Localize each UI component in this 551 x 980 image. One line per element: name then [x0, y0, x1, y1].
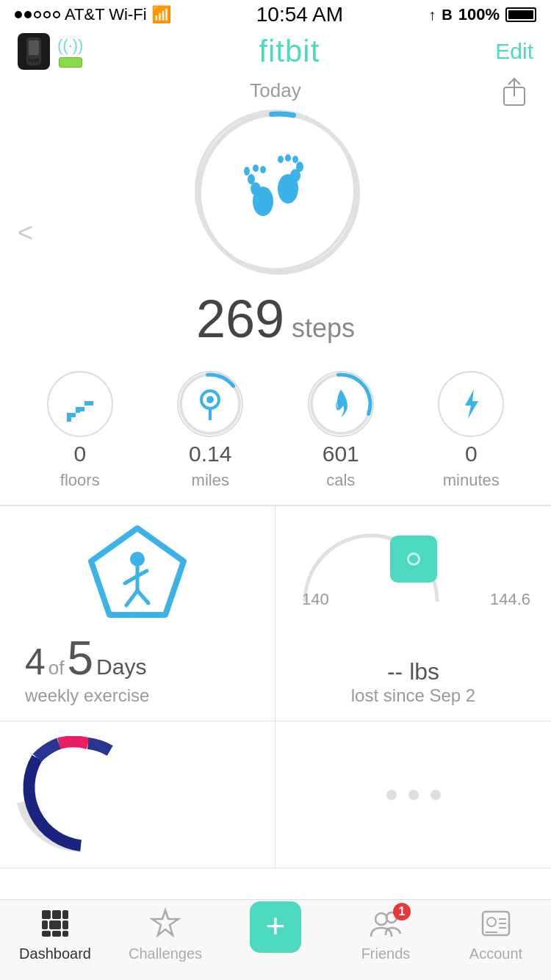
exercise-days: Days [96, 655, 146, 680]
tab-add[interactable]: + [220, 907, 331, 953]
tab-dashboard-label: Dashboard [19, 945, 91, 962]
svg-point-53 [375, 913, 387, 925]
miles-value: 0.14 [189, 442, 231, 466]
edit-button[interactable]: Edit [495, 39, 533, 64]
stat-cals: 601 cals [308, 371, 374, 490]
challenges-icon [149, 907, 181, 940]
svg-rect-49 [42, 931, 51, 937]
friends-badge: 1 [393, 903, 411, 920]
signal-dots [15, 11, 60, 18]
svg-rect-3 [31, 60, 33, 62]
weight-subtitle: lost since Sep 2 [351, 685, 475, 706]
svg-rect-44 [52, 910, 61, 919]
cals-value: 601 [323, 442, 359, 466]
svg-point-56 [487, 918, 496, 926]
svg-line-41 [137, 591, 148, 603]
exercise-of: of [48, 657, 65, 680]
svg-point-9 [194, 109, 363, 278]
steps-arc-progress [194, 109, 363, 278]
battery-icon [505, 7, 536, 22]
stats-row: 0 floors 0.14 miles [0, 364, 551, 505]
svg-rect-4 [34, 59, 36, 62]
device-section: ((·)) [18, 33, 83, 70]
tab-challenges[interactable]: Challenges [110, 907, 220, 962]
location-icon: ↑ [428, 7, 436, 24]
status-bar: AT&T Wi-Fi 📶 10:54 AM ↑ B 100% [0, 0, 551, 29]
add-button[interactable]: + [250, 901, 301, 953]
exercise-total: 5 [68, 631, 94, 685]
signal-dot-4 [43, 11, 51, 18]
weight-min-label: 140 [302, 590, 329, 609]
sleep-card [0, 721, 276, 868]
miles-circle [177, 371, 243, 437]
sleep-chart [15, 736, 147, 853]
svg-rect-2 [28, 58, 30, 62]
cals-label: cals [326, 471, 355, 490]
device-icon [18, 33, 50, 70]
svg-line-40 [126, 591, 137, 605]
tab-bar: Dashboard Challenges + 1 Friends [0, 899, 551, 980]
svg-rect-48 [62, 920, 68, 929]
steps-circle [195, 109, 356, 271]
bluetooth-icon: B [442, 7, 452, 24]
svg-rect-25 [67, 413, 71, 422]
floors-label: floors [60, 471, 100, 490]
signal-dot-3 [34, 11, 41, 18]
svg-marker-34 [465, 389, 478, 419]
status-left: AT&T Wi-Fi 📶 [15, 5, 171, 24]
weight-max-label: 144.6 [490, 590, 530, 609]
signal-dot-2 [24, 11, 32, 18]
steps-count: 269 [196, 289, 284, 349]
account-icon [480, 907, 512, 940]
exercise-card: 4 of 5 Days weekly exercise [0, 506, 276, 721]
svg-point-36 [130, 552, 145, 566]
stat-floors: 0 floors [47, 371, 113, 490]
account-icon-wrap [480, 907, 512, 943]
date-section: Today [0, 73, 551, 102]
floors-value: 0 [73, 442, 86, 466]
app-title: fitbit [259, 34, 320, 69]
svg-line-38 [125, 576, 137, 583]
tab-friends-label: Friends [361, 945, 411, 962]
wifi-icon: 📶 [151, 5, 171, 24]
miles-arc [178, 372, 242, 436]
minutes-value: 0 [465, 442, 478, 466]
cards-grid: 4 of 5 Days weekly exercise 140 144.6 [0, 505, 551, 868]
dashboard-icon [39, 907, 71, 940]
svg-point-29 [179, 372, 242, 436]
app-header: ((·)) fitbit Edit [0, 29, 551, 73]
device-signal: ((·)) [57, 36, 83, 68]
stat-minutes: 0 minutes [438, 371, 504, 490]
tab-challenges-label: Challenges [129, 945, 202, 962]
weight-card: 140 144.6 -- lbs lost since Sep 2 [276, 506, 551, 721]
svg-rect-5 [37, 58, 39, 62]
svg-rect-45 [62, 910, 68, 919]
svg-point-8 [199, 114, 358, 273]
tab-account-label: Account [469, 945, 522, 962]
signal-dot-1 [15, 11, 22, 18]
exercise-subtitle: weekly exercise [25, 685, 260, 706]
floors-circle [47, 371, 113, 437]
device-battery [59, 57, 82, 68]
svg-marker-52 [152, 910, 179, 935]
cals-arc [309, 372, 373, 436]
tab-account[interactable]: Account [441, 907, 551, 962]
steps-section: < 269 steps [0, 102, 551, 364]
battery-label: 100% [458, 5, 500, 24]
stat-miles: 0.14 miles [177, 371, 243, 490]
signal-dot-5 [53, 11, 60, 18]
svg-rect-27 [84, 401, 89, 406]
bolt-icon [455, 388, 487, 420]
nav-arrow-left[interactable]: < [18, 217, 33, 248]
minutes-circle [438, 371, 504, 437]
placeholder-card [276, 721, 551, 868]
tab-friends[interactable]: 1 Friends [331, 907, 441, 962]
exercise-pentagon-icon [82, 521, 192, 624]
svg-rect-47 [49, 920, 61, 929]
add-icon: + [266, 909, 286, 943]
svg-rect-51 [62, 931, 68, 937]
tab-dashboard[interactable]: Dashboard [0, 907, 110, 962]
fitbit-device-svg [24, 37, 44, 65]
signal-icon: ((·)) [57, 36, 83, 55]
steps-unit: steps [292, 313, 355, 344]
